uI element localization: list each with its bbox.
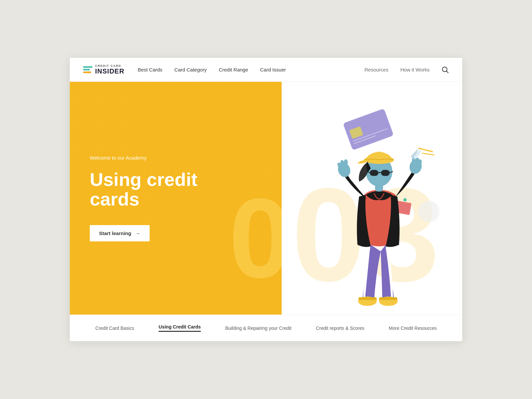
svg-point-11 [418,201,440,222]
logo-icon [83,66,92,73]
svg-line-1 [447,71,449,73]
header: CREDIT CARD INSIDER Best Cards Card Cate… [70,58,462,82]
svg-point-34 [403,198,407,201]
nav-main: Best Cards Card Category Credit Range Ca… [138,67,364,72]
logo-text-bottom: INSIDER [95,67,124,75]
footer-nav-credit-card-basics[interactable]: Credit Card Basics [95,326,134,331]
hero-section: Welcome to our Academy Using credit card… [70,82,462,315]
start-learning-button[interactable]: Start learning → [90,225,150,241]
footer-nav: Credit Card Basics Using Credit Cards Bu… [70,315,462,341]
svg-rect-21 [370,170,378,176]
footer-nav-building-repairing[interactable]: Building & Repairing your Credit [225,326,291,331]
hero-right: 03 [282,82,462,315]
nav-item-resources[interactable]: Resources [364,67,388,72]
logo-bar-1 [83,66,92,68]
start-learning-label: Start learning [99,230,131,236]
hero-title: Using credit cards [90,170,249,209]
page-wrapper: CREDIT CARD INSIDER Best Cards Card Cate… [70,58,462,341]
svg-line-8 [422,153,434,155]
search-icon[interactable] [442,66,449,73]
svg-rect-22 [381,170,390,176]
logo[interactable]: CREDIT CARD INSIDER [83,65,124,75]
nav-item-credit-range[interactable]: Credit Range [219,67,248,72]
nav-item-how-it-works[interactable]: How it Works [400,67,430,72]
logo-bar-2 [83,69,90,70]
footer-nav-more-resources[interactable]: More Credit Resources [389,326,437,331]
svg-rect-14 [358,297,377,300]
footer-nav-credit-reports[interactable]: Credit reports & Scores [316,326,364,331]
svg-point-29 [344,159,348,166]
hero-left: Welcome to our Academy Using credit card… [70,82,282,315]
nav-right: Resources How it Works [364,66,449,73]
nav-item-best-cards[interactable]: Best Cards [138,67,162,72]
logo-text-top: CREDIT CARD [95,65,124,68]
arrow-icon: → [135,230,140,236]
footer-nav-using-credit-cards[interactable]: Using Credit Cards [159,324,201,332]
character-illustration [316,102,442,315]
nav-item-card-issuer[interactable]: Card Issuer [260,67,286,72]
hero-welcome-text: Welcome to our Academy [90,155,262,161]
logo-text: CREDIT CARD INSIDER [95,65,124,75]
svg-rect-17 [379,297,397,300]
logo-bar-3 [83,71,91,73]
nav-item-card-category[interactable]: Card Category [174,67,207,72]
